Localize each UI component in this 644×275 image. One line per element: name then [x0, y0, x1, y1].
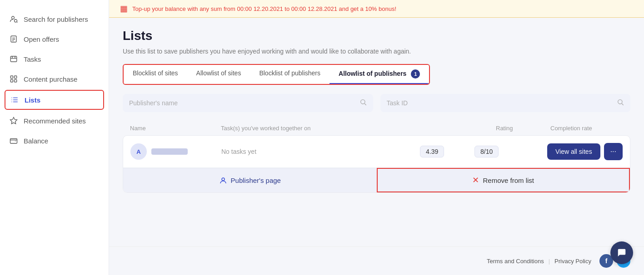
svg-point-25	[618, 100, 622, 104]
view-all-sites-button[interactable]: View all sites	[547, 143, 600, 160]
main-content: ▦ Top-up your balance with any sum from …	[109, 0, 644, 275]
svg-line-24	[364, 103, 366, 105]
banner-icon: ▦	[120, 4, 128, 14]
tab-blocklist-sites[interactable]: Blocklist of sites	[124, 65, 187, 84]
document-icon	[9, 34, 18, 44]
table-row: A No tasks yet 4.39 8/10 View all sites …	[123, 136, 630, 168]
rating-cell: 4.39	[420, 146, 474, 157]
sidebar-item-label: Tasks	[24, 55, 41, 63]
sidebar-item-label: Search for publishers	[24, 15, 88, 23]
sidebar-item-recommended-sites[interactable]: Recommended sites	[0, 111, 109, 131]
sidebar-item-label: Lists	[25, 96, 40, 104]
privacy-link[interactable]: Privacy Policy	[554, 258, 591, 265]
col-rating: Rating	[496, 125, 550, 132]
more-options-button[interactable]: ···	[604, 143, 623, 160]
search-icon	[617, 98, 624, 108]
svg-line-2	[17, 22, 18, 23]
publisher-page-label: Publisher's page	[231, 177, 281, 184]
sidebar-item-label: Balance	[24, 137, 48, 145]
publisher-name-cell: A	[130, 143, 221, 160]
svg-point-23	[360, 100, 364, 104]
publisher-search-box[interactable]	[123, 94, 373, 112]
completion-badge: 8/10	[474, 146, 499, 157]
grid-icon	[9, 74, 18, 83]
rating-badge: 4.39	[420, 146, 444, 157]
svg-point-27	[222, 178, 225, 181]
content-area: Lists Use this list to save publishers y…	[109, 18, 644, 246]
publisher-search-input[interactable]	[129, 99, 356, 107]
tab-blocklist-publishers[interactable]: Blocklist of publishers	[250, 65, 329, 84]
svg-marker-21	[10, 118, 17, 124]
footer-divider: |	[549, 258, 550, 265]
task-search-input[interactable]	[387, 99, 614, 107]
svg-rect-7	[10, 56, 17, 62]
tab-allowlist-sites[interactable]: Allowlist of sites	[187, 65, 250, 84]
tasks-cell: No tasks yet	[221, 148, 420, 155]
sidebar-item-label: Open offers	[24, 35, 59, 43]
search-icon	[359, 98, 367, 108]
publisher-page-button[interactable]: Publisher's page	[123, 168, 377, 192]
svg-line-26	[622, 103, 624, 105]
chat-bubble-button[interactable]	[610, 241, 633, 264]
col-name: Name	[130, 125, 221, 132]
star-icon	[9, 116, 18, 125]
sidebar: Search for publishers Open offers Tasks …	[0, 0, 109, 275]
table-rows: A No tasks yet 4.39 8/10 View all sites …	[123, 135, 630, 193]
terms-link[interactable]: Terms and Conditions	[487, 258, 544, 265]
action-row: Publisher's page ✕ Remove from list	[123, 168, 630, 192]
tab-allowlist-publishers[interactable]: Allowlist of publishers 1	[329, 65, 429, 84]
top-banner: ▦ Top-up your balance with any sum from …	[109, 0, 644, 18]
svg-point-19	[11, 99, 12, 100]
sidebar-item-balance[interactable]: Balance	[0, 131, 109, 151]
svg-point-20	[11, 102, 12, 103]
remove-from-list-button[interactable]: ✕ Remove from list	[377, 168, 630, 192]
page-description: Use this list to save publishers you hav…	[123, 48, 630, 55]
sidebar-item-label: Recommended sites	[24, 117, 86, 125]
sidebar-item-content-purchase[interactable]: Content purchase	[0, 69, 109, 89]
svg-rect-11	[10, 76, 13, 78]
table-header: Name Task(s) you've worked together on R…	[123, 121, 630, 135]
publisher-name-redacted	[151, 148, 188, 155]
svg-rect-13	[10, 80, 13, 82]
remove-icon: ✕	[472, 175, 479, 185]
avatar: A	[130, 143, 147, 160]
completion-cell: 8/10	[474, 146, 547, 157]
more-icon: ···	[610, 147, 616, 156]
tasks-icon	[9, 54, 18, 64]
sidebar-item-open-offers[interactable]: Open offers	[0, 29, 109, 49]
row-actions: View all sites ···	[547, 143, 623, 160]
search-person-icon	[9, 15, 18, 24]
list-icon	[10, 95, 19, 104]
svg-rect-14	[15, 80, 17, 82]
tabs-container: Blocklist of sites Allowlist of sites Bl…	[123, 64, 430, 85]
remove-label: Remove from list	[483, 177, 534, 184]
task-search-box[interactable]	[380, 94, 631, 112]
col-tasks: Task(s) you've worked together on	[221, 125, 496, 132]
svg-point-1	[15, 20, 17, 22]
wallet-icon	[9, 136, 18, 145]
sidebar-item-search-publishers[interactable]: Search for publishers	[0, 9, 109, 29]
sidebar-item-lists[interactable]: Lists	[5, 90, 104, 110]
tab-badge: 1	[411, 69, 420, 79]
footer: Terms and Conditions | Privacy Policy f …	[109, 246, 644, 275]
svg-rect-3	[11, 36, 16, 42]
svg-rect-12	[15, 76, 17, 78]
svg-rect-22	[10, 139, 17, 144]
sidebar-item-label: Content purchase	[24, 75, 77, 83]
sidebar-item-tasks[interactable]: Tasks	[0, 49, 109, 69]
svg-point-18	[11, 98, 12, 98]
svg-point-0	[12, 16, 15, 19]
search-row	[123, 94, 630, 112]
banner-text: Top-up your balance with any sum from 00…	[132, 5, 396, 12]
col-completion: Completion rate	[550, 125, 623, 132]
page-title: Lists	[123, 29, 630, 43]
